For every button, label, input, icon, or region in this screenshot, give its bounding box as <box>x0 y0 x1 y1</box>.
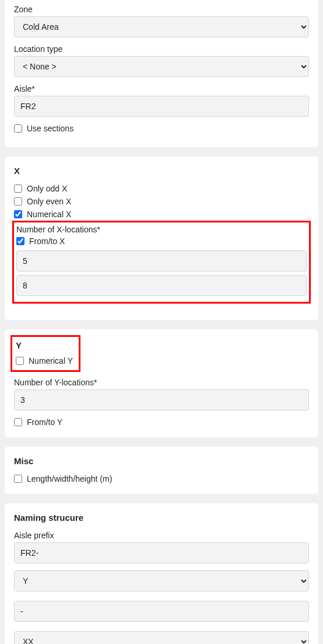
numerical-x-label: Numerical X <box>27 210 71 219</box>
x-card: X Only odd X Only even X Numerical X Num… <box>5 156 318 320</box>
naming-card: Naming strucure Aisle prefix Y XX <box>5 503 318 644</box>
from-to-x-row: From/to X <box>16 236 307 246</box>
y-title: Y <box>16 340 73 350</box>
num-x-locations-label: Number of X-locations* <box>16 225 307 234</box>
from-to-x-checkbox[interactable] <box>16 237 24 245</box>
y-highlight-box: Y Numerical Y <box>10 335 80 372</box>
zone-field: Zone Cold Area <box>14 5 309 37</box>
from-to-y-label: From/to Y <box>27 417 62 427</box>
only-odd-x-checkbox[interactable] <box>14 185 22 193</box>
only-even-x-checkbox[interactable] <box>14 197 22 206</box>
only-even-x-label: Only even X <box>27 197 71 206</box>
zone-label: Zone <box>14 5 309 14</box>
aisle-field: Aisle* <box>14 84 309 117</box>
num-y-locations-field: Number of Y-locations* <box>14 378 309 410</box>
naming-select-1-field: Y <box>14 570 309 591</box>
naming-separator-field <box>14 601 309 622</box>
lwh-label: Length/width/height (m) <box>27 474 112 483</box>
num-y-locations-label: Number of Y-locations* <box>14 378 309 387</box>
y-card: Y Numerical Y Number of Y-locations* Fro… <box>5 329 318 437</box>
from-to-y-checkbox[interactable] <box>14 418 22 426</box>
misc-title: Misc <box>14 456 309 466</box>
naming-separator-input[interactable] <box>14 601 309 622</box>
use-sections-checkbox[interactable] <box>14 124 22 133</box>
misc-card: Misc Length/width/height (m) <box>5 447 318 494</box>
naming-select-2-field: XX <box>14 631 309 644</box>
aisle-label: Aisle* <box>14 84 309 93</box>
zone-select[interactable]: Cold Area <box>14 16 309 37</box>
aisle-prefix-field: Aisle prefix <box>14 531 309 563</box>
aisle-input[interactable] <box>14 96 309 117</box>
numerical-x-checkbox[interactable] <box>14 210 22 218</box>
numerical-y-label: Numerical Y <box>29 356 73 365</box>
numerical-y-row: Numerical Y <box>16 356 73 365</box>
x-to-input[interactable] <box>16 275 307 296</box>
only-even-x-row: Only even X <box>14 197 309 206</box>
lwh-row: Length/width/height (m) <box>14 474 309 483</box>
zone-card: Zone Cold Area Location type < None > Ai… <box>5 0 318 147</box>
numerical-x-row: Numerical X <box>14 210 309 219</box>
x-title: X <box>14 166 309 176</box>
num-y-locations-input[interactable] <box>14 389 309 410</box>
x-from-input[interactable] <box>16 250 307 271</box>
from-to-x-label: From/to X <box>29 236 65 246</box>
only-odd-x-row: Only odd X <box>14 184 309 193</box>
location-type-select[interactable]: < None > <box>14 56 309 77</box>
numerical-y-checkbox[interactable] <box>16 357 24 365</box>
naming-select-1[interactable]: Y <box>14 570 309 591</box>
from-to-y-row: From/to Y <box>14 417 309 427</box>
x-highlight-box: Number of X-locations* From/to X <box>12 221 311 304</box>
location-type-field: Location type < None > <box>14 44 309 77</box>
only-odd-x-label: Only odd X <box>27 184 67 193</box>
use-sections-row: Use sections <box>14 124 309 133</box>
aisle-prefix-input[interactable] <box>14 542 309 563</box>
naming-select-2[interactable]: XX <box>14 631 309 644</box>
location-type-label: Location type <box>14 44 309 54</box>
use-sections-label: Use sections <box>27 124 73 133</box>
lwh-checkbox[interactable] <box>14 475 22 483</box>
aisle-prefix-label: Aisle prefix <box>14 531 309 540</box>
naming-title: Naming strucure <box>14 513 309 523</box>
